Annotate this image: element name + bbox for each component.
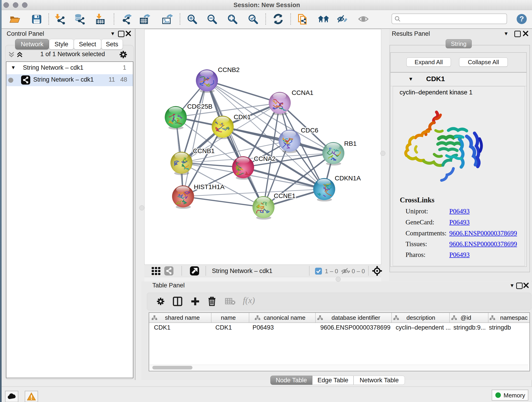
- svg-text:RB1: RB1: [344, 140, 356, 147]
- svg-text:?: ?: [519, 15, 524, 23]
- svg-text:CCNB2: CCNB2: [218, 66, 240, 73]
- svg-text:CDKN1A: CDKN1A: [335, 175, 361, 182]
- svg-text:CCNA2: CCNA2: [254, 155, 276, 162]
- svg-text:CCNA1: CCNA1: [292, 89, 313, 96]
- svg-text:HIST1H1A: HIST1H1A: [194, 183, 225, 191]
- svg-text:CCNB1: CCNB1: [193, 147, 215, 154]
- svg-text:CDC25B: CDC25B: [187, 103, 212, 110]
- svg-text:CCNE1: CCNE1: [274, 192, 296, 199]
- svg-text:CDC6: CDC6: [301, 127, 318, 134]
- svg-text:CDK1: CDK1: [234, 114, 251, 121]
